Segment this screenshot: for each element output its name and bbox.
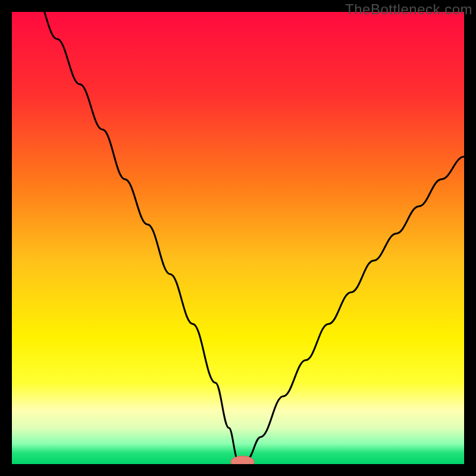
watermark-text: TheBottleneck.com (345, 1, 472, 18)
plot-area (12, 12, 464, 464)
chart-frame: TheBottleneck.com (0, 0, 476, 476)
gradient-background (12, 12, 464, 464)
plot-svg (12, 12, 464, 464)
